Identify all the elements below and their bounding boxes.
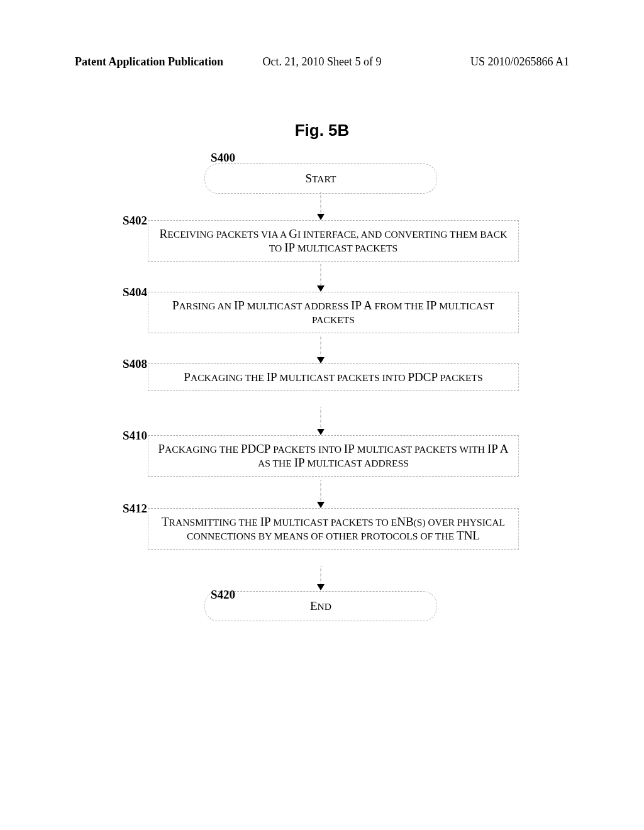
- header-right: US 2010/0265866 A1: [470, 55, 569, 69]
- terminator-end-text: End: [310, 599, 331, 612]
- terminator-start: Start: [204, 163, 437, 194]
- terminator-start-text: Start: [305, 172, 336, 185]
- header-left: Patent Application Publication: [75, 55, 223, 69]
- step-label-s410: S410: [123, 429, 147, 443]
- arrowhead-icon: [317, 285, 325, 292]
- terminator-end: End: [204, 591, 437, 621]
- arrowhead-icon: [317, 584, 325, 590]
- step-label-s408: S408: [123, 357, 147, 371]
- connector-line: [321, 336, 321, 358]
- page-header: Patent Application Publication Oct. 21, …: [0, 55, 644, 69]
- box-s408: Packaging the IP multicast packets into …: [148, 363, 519, 391]
- figure-title: Fig. 5B: [295, 121, 350, 140]
- box-s410-text: Packaging the PDCP packets into IP multi…: [158, 442, 508, 469]
- connector-line: [321, 264, 321, 286]
- box-s402: Receiving packets via a Gi interface, an…: [148, 220, 519, 262]
- box-s412-text: Transmitting the IP multicast packets to…: [162, 515, 505, 542]
- arrowhead-icon: [317, 429, 325, 435]
- box-s408-text: Packaging the IP multicast packets into …: [184, 370, 482, 384]
- connector-line: [321, 192, 321, 214]
- box-s412: Transmitting the IP multicast packets to…: [148, 508, 519, 550]
- step-label-s404: S404: [123, 285, 147, 299]
- box-s402-text: Receiving packets via a Gi interface, an…: [160, 227, 508, 254]
- arrowhead-icon: [317, 357, 325, 363]
- connector-line: [321, 480, 321, 502]
- step-label-s412: S412: [123, 502, 147, 516]
- header-center: Oct. 21, 2010 Sheet 5 of 9: [263, 55, 382, 69]
- step-label-s402: S402: [123, 214, 147, 228]
- step-label-s400: S400: [211, 151, 235, 165]
- connector-line: [321, 407, 321, 429]
- box-s404: Parsing an IP multicast address IP A fro…: [148, 292, 519, 333]
- box-s404-text: Parsing an IP multicast address IP A fro…: [172, 299, 494, 326]
- box-s410: Packaging the PDCP packets into IP multi…: [148, 435, 519, 477]
- arrowhead-icon: [317, 214, 325, 220]
- connector-line: [321, 566, 321, 585]
- arrowhead-icon: [317, 502, 325, 508]
